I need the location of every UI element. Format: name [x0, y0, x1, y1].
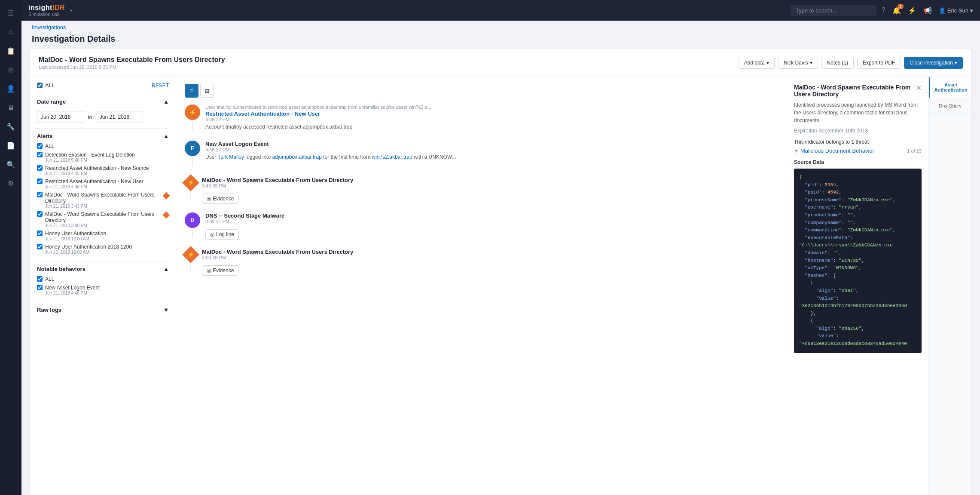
event-desc-bottom: Account tmalloy accessed restricted asse…	[205, 124, 778, 130]
notable-checkbox[interactable]	[37, 285, 43, 290]
grid-view-button[interactable]: ⊞	[200, 84, 214, 98]
help-icon[interactable]: ?	[882, 6, 885, 14]
alerts-label: Alerts	[37, 133, 53, 139]
broadcast-icon[interactable]: 📢	[923, 6, 932, 15]
alert-item-content: MalDoc - Word Spawns Executable From Use…	[45, 211, 161, 228]
threat-count: 1 of 15	[907, 148, 922, 154]
event-time: 3:39:31 PM	[205, 219, 778, 224]
list-item: Restricted Asset Authentication - New So…	[37, 164, 169, 177]
alert-checkbox[interactable]	[37, 192, 43, 197]
timeline-event: F New Asset Logon Event 4:46:22 PM User …	[185, 141, 778, 168]
panel-desc: Identified processes being launched by M…	[794, 101, 922, 124]
event-connector	[192, 230, 193, 238]
event-icon-maldoc2: ⚡	[182, 246, 199, 263]
reset-button[interactable]: RESET	[152, 83, 169, 89]
alert-checkbox[interactable]	[37, 178, 43, 184]
export-pdf-button[interactable]: Export to PDF	[857, 57, 901, 69]
tab-asset-authentication[interactable]: Asset Authentication	[929, 77, 971, 98]
topbar-actions: ? 🔔 2 ⚡ 📢 👤 Eric Sun ▾	[882, 6, 973, 15]
logo-block: insightIDR Simulation Lab	[28, 4, 65, 17]
win7s2-link[interactable]: win7s2.akbar.trap	[372, 154, 412, 160]
logo-chevron-icon[interactable]: ▾	[70, 8, 72, 13]
logline-icon: ◎	[210, 231, 214, 237]
filter-all-row: ALL RESET	[37, 82, 169, 89]
right-panel: ✕ MalDoc - Word Spawns Executable From U…	[787, 77, 971, 495]
notable-behaviors-label: Notable behaviors	[37, 266, 85, 272]
lightning-icon[interactable]: ⚡	[908, 6, 916, 15]
notable-behaviors-section-header[interactable]: Notable behaviors ▲	[37, 261, 169, 275]
event-title[interactable]: DNS -- Second Stage Malware	[205, 212, 778, 219]
diamond-icon	[163, 212, 170, 219]
adjumpbox-link[interactable]: adjumpbox.akbar.trap	[272, 154, 321, 160]
alert-checkbox[interactable]	[37, 231, 43, 236]
nav-sidebar: ☰ ⌂ 📋 ⊞ 👤 🖥 🔧 📄 🔍 ⚙	[0, 0, 21, 495]
assignee-button[interactable]: Nick Davis ▾	[778, 57, 818, 69]
nav-detections-icon[interactable]: 🔧	[3, 119, 18, 134]
date-from-input[interactable]	[37, 111, 84, 123]
nav-search-icon[interactable]: 🔍	[3, 157, 18, 172]
list-view-button[interactable]: ≡	[185, 84, 198, 98]
close-investigation-button[interactable]: Close investigation ▾	[904, 57, 963, 69]
main-wrapper: insightIDR Simulation Lab ▾ ? 🔔 2 ⚡ 📢 👤 …	[21, 0, 980, 495]
nav-users-icon[interactable]: 👤	[3, 81, 18, 96]
notable-checkbox[interactable]	[37, 276, 43, 282]
topbar: insightIDR Simulation Lab ▾ ? 🔔 2 ⚡ 📢 👤 …	[21, 0, 980, 21]
raw-logs-chevron-icon: ▼	[163, 307, 169, 313]
breadcrumb-bar: Investigations	[21, 21, 980, 32]
date-range-label: Date range	[37, 98, 66, 105]
notifications-icon[interactable]: 🔔 2	[892, 6, 901, 15]
card-header: MalDoc - Word Spawns Executable From Use…	[30, 49, 971, 77]
notes-button[interactable]: Notes (1)	[821, 57, 854, 69]
alert-checkbox[interactable]	[37, 211, 43, 217]
alert-checkbox[interactable]	[37, 152, 43, 157]
evidence-button-2[interactable]: ◎ Evidence	[202, 265, 238, 276]
tab-dns-query[interactable]: Dns Query	[929, 98, 971, 114]
event-content: New Asset Logon Event 4:46:22 PM User Tu…	[205, 141, 778, 168]
date-range-chevron-icon: ▲	[163, 98, 169, 105]
card-title: MalDoc - Word Spawns Executable From Use…	[39, 56, 733, 64]
event-time: 4:46:22 PM	[205, 147, 778, 152]
turk-malloy-link[interactable]: Turk Malloy	[217, 154, 244, 160]
threat-name-link[interactable]: Malicious Document Behavior	[800, 148, 874, 154]
nav-dashboard-icon[interactable]: ⊞	[3, 62, 18, 77]
nav-menu-icon[interactable]: ☰	[3, 5, 18, 21]
notable-list: ALL New Asset Logon Event Jun 21, 2018 4…	[37, 275, 169, 297]
date-range-section[interactable]: Date range ▲	[37, 94, 169, 108]
event-title[interactable]: New Asset Logon Event	[205, 141, 778, 147]
all-checkbox[interactable]	[37, 83, 43, 88]
event-time: 3:00:28 PM	[202, 255, 778, 260]
panel-close-button[interactable]: ✕	[916, 84, 922, 92]
alert-item-content: Restricted Asset Authentication - New So…	[45, 165, 149, 176]
user-menu[interactable]: 👤 Eric Sun ▾	[939, 7, 973, 14]
nav-endpoints-icon[interactable]: 🖥	[3, 100, 18, 115]
nav-logs-icon[interactable]: 📄	[3, 138, 18, 153]
search-input[interactable]	[791, 5, 876, 16]
raw-logs-section-header[interactable]: Raw logs ▼	[37, 302, 169, 316]
alert-item-content: Honey User Authentication Jun 21, 2018 1…	[45, 231, 106, 241]
raw-logs-label: Raw logs	[37, 307, 61, 313]
timeline-area: ≡ ⊞ ⚡ User tmalloy authenticated to rest…	[176, 77, 787, 495]
alert-checkbox[interactable]	[37, 165, 43, 171]
event-title[interactable]: MalDoc - Word Spawns Executable From Use…	[202, 249, 778, 255]
alert-checkbox[interactable]	[37, 244, 43, 249]
panel-tabs: Asset Authentication Dns Query	[928, 77, 971, 495]
nav-settings-icon[interactable]: ⚙	[3, 175, 18, 191]
add-data-button[interactable]: Add data ▾	[739, 57, 775, 69]
nav-home-icon[interactable]: ⌂	[3, 24, 18, 40]
date-to-input[interactable]	[96, 111, 143, 123]
list-item: Restricted Asset Authentication - New Us…	[37, 177, 169, 191]
event-connector	[190, 262, 191, 274]
event-title[interactable]: Restricted Asset Authentication - New Us…	[205, 111, 778, 117]
nav-investigations-icon[interactable]: 📋	[3, 43, 18, 58]
list-item: Honey User Authentication Jun 21, 2018 1…	[37, 229, 169, 243]
evidence-button-1[interactable]: ◎ Evidence	[202, 194, 238, 204]
event-title[interactable]: MalDoc - Word Spawns Executable From Use…	[202, 177, 778, 183]
list-item: Honey User Authentication 2018 1200 Jun …	[37, 243, 169, 256]
alerts-section-header[interactable]: Alerts ▲	[37, 128, 169, 142]
event-desc-top: User tmalloy authenticated to restricted…	[205, 105, 778, 110]
alert-checkbox[interactable]	[37, 143, 43, 149]
logline-button[interactable]: ◎ Log line	[205, 229, 239, 240]
alert-item-content: ALL	[45, 143, 54, 149]
breadcrumb[interactable]: Investigations	[32, 24, 66, 31]
notable-item-content: New Asset Logon Event Jun 21, 2018 4:46 …	[45, 285, 100, 295]
